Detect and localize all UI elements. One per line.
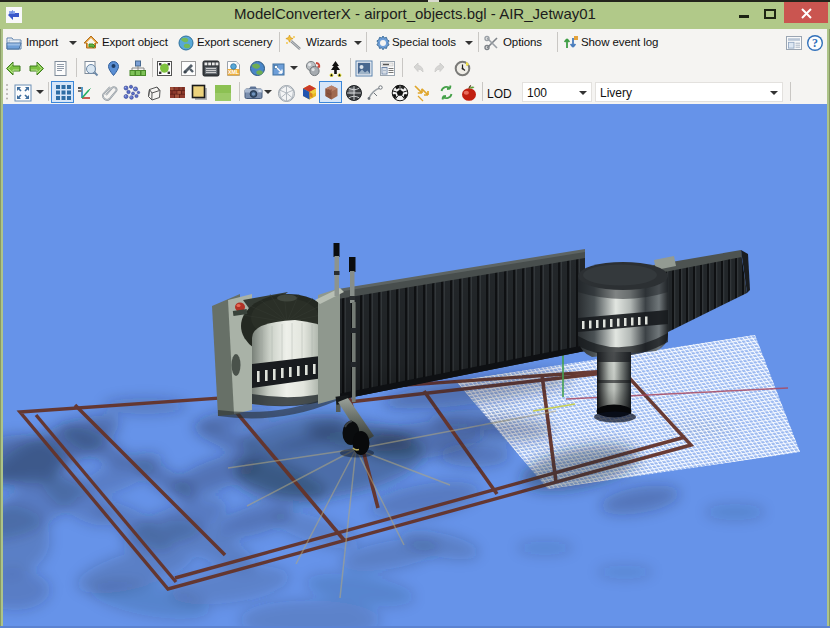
- svg-text:?: ?: [812, 36, 818, 50]
- svg-text:XML: XML: [228, 69, 240, 75]
